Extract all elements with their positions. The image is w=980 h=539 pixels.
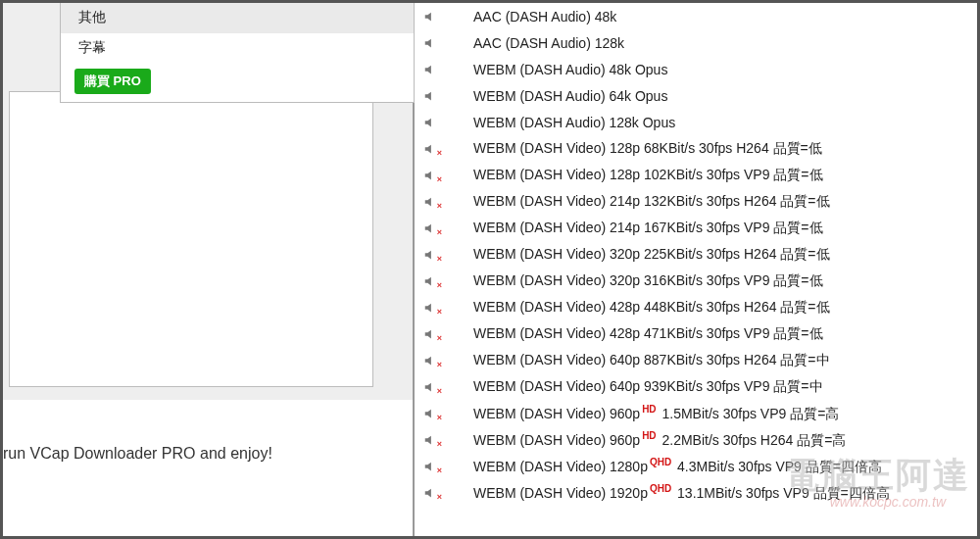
format-label: WEBM (DASH Audio) 48k Opus [473, 62, 667, 77]
speaker-muted-icon: × [420, 327, 440, 341]
speaker-muted-icon: × [420, 195, 440, 209]
format-row[interactable]: AAC (DASH Audio) 48k [415, 3, 977, 29]
speaker-muted-icon: × [420, 142, 440, 156]
format-row[interactable]: ×WEBM (DASH Video) 428p 471KBit/s 30fps … [415, 320, 977, 347]
format-row[interactable]: WEBM (DASH Audio) 48k Opus [415, 56, 977, 82]
speaker-icon [420, 116, 440, 129]
format-label: WEBM (DASH Video) 428p 471KBit/s 30fps V… [473, 325, 823, 343]
buy-pro-button[interactable]: 購買 PRO [74, 69, 151, 94]
left-inner-box [9, 91, 373, 387]
format-list: AAC (DASH Audio) 48kAAC (DASH Audio) 128… [415, 3, 977, 536]
format-row[interactable]: ×WEBM (DASH Video) 320p 225KBit/s 30fps … [415, 241, 977, 268]
format-row[interactable]: ×WEBM (DASH Video) 128p 102KBit/s 30fps … [415, 162, 977, 188]
format-row[interactable]: WEBM (DASH Audio) 128k Opus [415, 109, 977, 135]
format-row[interactable]: ×WEBM (DASH Video) 320p 316KBit/s 30fps … [415, 268, 977, 294]
format-label: AAC (DASH Audio) 128k [473, 35, 624, 51]
format-label: WEBM (DASH Video) 640p 887KBit/s 30fps H… [473, 352, 830, 369]
app-frame: 其他 字幕 購買 PRO run VCap Downloader PRO and… [0, 0, 980, 539]
dropdown-menu: 其他 字幕 購買 PRO [60, 3, 415, 103]
speaker-muted-icon: × [420, 169, 440, 182]
format-row[interactable]: ×WEBM (DASH Video) 960pHD 1.5MBit/s 30fp… [415, 400, 977, 426]
format-label: WEBM (DASH Video) 128p 102KBit/s 30fps V… [473, 167, 823, 184]
speaker-muted-icon: × [420, 248, 440, 262]
format-label: WEBM (DASH Video) 1920pQHD 13.1MBit/s 30… [473, 483, 890, 503]
format-row[interactable]: ×WEBM (DASH Video) 214p 132KBit/s 30fps … [415, 188, 977, 215]
quality-badge: HD [642, 404, 656, 415]
format-label: WEBM (DASH Video) 960pHD 2.2MBit/s 30fps… [473, 430, 846, 450]
quality-badge: QHD [650, 457, 671, 467]
left-panel: 其他 字幕 購買 PRO run VCap Downloader PRO and… [3, 3, 415, 536]
format-label: WEBM (DASH Video) 214p 167KBit/s 30fps V… [473, 220, 823, 237]
format-label: WEBM (DASH Video) 320p 225KBit/s 30fps H… [473, 246, 830, 264]
format-row[interactable]: ×WEBM (DASH Video) 960pHD 2.2MBit/s 30fp… [415, 426, 977, 453]
format-row[interactable]: ×WEBM (DASH Video) 640p 887KBit/s 30fps … [415, 347, 977, 373]
speaker-muted-icon: × [420, 460, 440, 473]
quality-badge: QHD [650, 483, 671, 494]
speaker-muted-icon: × [420, 380, 440, 394]
run-text: run VCap Downloader PRO and enjoy! [3, 445, 272, 463]
speaker-muted-icon: × [420, 433, 440, 447]
format-label: WEBM (DASH Video) 960pHD 1.5MBit/s 30fps… [473, 404, 839, 423]
menu-item-other[interactable]: 其他 [61, 3, 414, 32]
format-row[interactable]: ×WEBM (DASH Video) 128p 68KBit/s 30fps H… [415, 135, 977, 162]
format-row[interactable]: ×WEBM (DASH Video) 428p 448KBit/s 30fps … [415, 294, 977, 320]
format-row[interactable]: AAC (DASH Audio) 128k [415, 29, 977, 56]
format-row[interactable]: WEBM (DASH Audio) 64k Opus [415, 82, 977, 109]
speaker-muted-icon: × [420, 486, 440, 500]
format-label: WEBM (DASH Video) 1280pQHD 4.3MBit/s 30f… [473, 457, 882, 476]
speaker-icon [420, 89, 440, 103]
format-label: WEBM (DASH Audio) 128k Opus [473, 115, 675, 130]
menu-item-subtitle[interactable]: 字幕 [61, 32, 414, 63]
format-row[interactable]: ×WEBM (DASH Video) 1920pQHD 13.1MBit/s 3… [415, 479, 977, 506]
speaker-muted-icon: × [420, 407, 440, 420]
format-label: WEBM (DASH Video) 128p 68KBit/s 30fps H2… [473, 140, 822, 158]
quality-badge: HD [642, 430, 656, 441]
format-label: WEBM (DASH Video) 640p 939KBit/s 30fps V… [473, 378, 823, 396]
format-row[interactable]: ×WEBM (DASH Video) 1280pQHD 4.3MBit/s 30… [415, 453, 977, 479]
speaker-icon [420, 10, 440, 24]
speaker-muted-icon: × [420, 221, 440, 235]
format-row[interactable]: ×WEBM (DASH Video) 214p 167KBit/s 30fps … [415, 215, 977, 241]
format-label: WEBM (DASH Video) 428p 448KBit/s 30fps H… [473, 299, 830, 317]
speaker-muted-icon: × [420, 354, 440, 368]
format-label: WEBM (DASH Audio) 64k Opus [473, 88, 667, 104]
speaker-icon [420, 36, 440, 50]
format-label: WEBM (DASH Video) 320p 316KBit/s 30fps V… [473, 272, 823, 290]
format-label: WEBM (DASH Video) 214p 132KBit/s 30fps H… [473, 193, 830, 211]
speaker-muted-icon: × [420, 301, 440, 315]
speaker-muted-icon: × [420, 274, 440, 288]
format-label: AAC (DASH Audio) 48k [473, 9, 616, 24]
format-row[interactable]: ×WEBM (DASH Video) 640p 939KBit/s 30fps … [415, 373, 977, 400]
speaker-icon [420, 63, 440, 76]
